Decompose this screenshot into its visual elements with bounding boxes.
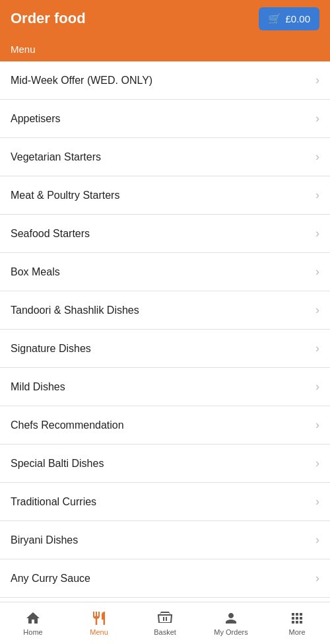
chevron-right-icon: ›: [315, 571, 319, 585]
menu-item-label: Mild Dishes: [11, 381, 65, 393]
menu-item[interactable]: Traditional Curries ›: [0, 483, 330, 521]
chevron-right-icon: ›: [315, 495, 319, 509]
menu-item-label: Seafood Starters: [11, 228, 90, 240]
menu-item[interactable]: Chefs Recommendation ›: [0, 406, 330, 445]
chevron-right-icon: ›: [315, 341, 319, 355]
menu-item[interactable]: Vegetarian Starters ›: [0, 138, 330, 176]
menu-item[interactable]: Special Balti Dishes ›: [0, 445, 330, 483]
app-title: Order food: [11, 10, 86, 27]
menu-item-label: Special Balti Dishes: [11, 458, 104, 470]
basket-icon: [157, 610, 173, 626]
menu-item[interactable]: Side Dishes ›: [0, 598, 330, 600]
menu-item-label: Any Curry Sauce: [11, 573, 90, 585]
chevron-right-icon: ›: [315, 73, 319, 87]
chevron-right-icon: ›: [315, 112, 319, 125]
nav-item-menu[interactable]: Menu: [66, 602, 132, 644]
basket-amount: £0.00: [285, 13, 310, 24]
basket-button[interactable]: 🛒 £0.00: [259, 7, 319, 30]
menu-item[interactable]: Mild Dishes ›: [0, 368, 330, 406]
menu-icon: [91, 610, 107, 626]
my-orders-icon: [223, 610, 239, 626]
menu-item[interactable]: Box Meals ›: [0, 253, 330, 291]
chevron-right-icon: ›: [315, 418, 319, 432]
nav-label-menu: Menu: [90, 628, 108, 636]
menu-item[interactable]: Signature Dishes ›: [0, 330, 330, 368]
app-header: Order food 🛒 £0.00: [0, 0, 330, 37]
chevron-right-icon: ›: [315, 303, 319, 317]
more-icon: [289, 610, 305, 626]
basket-icon: 🛒: [268, 13, 281, 25]
menu-item[interactable]: Mid-Week Offer (WED. ONLY) ›: [0, 61, 330, 100]
menu-item-label: Chefs Recommendation: [11, 419, 124, 431]
nav-item-my-orders[interactable]: My Orders: [198, 602, 264, 644]
chevron-right-icon: ›: [315, 265, 319, 279]
menu-item[interactable]: Seafood Starters ›: [0, 215, 330, 253]
section-label: Menu: [0, 37, 330, 61]
nav-item-more[interactable]: More: [264, 602, 330, 644]
nav-item-home[interactable]: Home: [0, 602, 66, 644]
chevron-right-icon: ›: [315, 533, 319, 547]
chevron-right-icon: ›: [315, 188, 319, 202]
nav-label-more: More: [288, 628, 305, 636]
menu-list-container: Mid-Week Offer (WED. ONLY) › Appetisers …: [0, 61, 330, 600]
menu-item[interactable]: Tandoori & Shashlik Dishes ›: [0, 291, 330, 330]
home-icon: [25, 610, 41, 626]
chevron-right-icon: ›: [315, 456, 319, 470]
menu-item-label: Traditional Curries: [11, 496, 96, 508]
chevron-right-icon: ›: [315, 227, 319, 240]
menu-item-label: Appetisers: [11, 113, 61, 125]
chevron-right-icon: ›: [315, 380, 319, 394]
menu-item-label: Box Meals: [11, 266, 60, 278]
chevron-right-icon: ›: [315, 150, 319, 164]
nav-item-basket[interactable]: Basket: [132, 602, 198, 644]
menu-item[interactable]: Appetisers ›: [0, 100, 330, 138]
menu-item-label: Biryani Dishes: [11, 534, 78, 546]
menu-item[interactable]: Meat & Poultry Starters ›: [0, 176, 330, 215]
menu-item-label: Signature Dishes: [11, 343, 91, 355]
menu-item-label: Vegetarian Starters: [11, 151, 101, 163]
menu-item-label: Mid-Week Offer (WED. ONLY): [11, 75, 152, 87]
bottom-nav: Home Menu Basket My Orders More: [0, 602, 330, 644]
menu-item-label: Meat & Poultry Starters: [11, 190, 119, 201]
nav-label-my-orders: My Orders: [214, 628, 248, 636]
nav-label-basket: Basket: [154, 628, 176, 636]
menu-item[interactable]: Biryani Dishes ›: [0, 521, 330, 559]
menu-item[interactable]: Any Curry Sauce ›: [0, 559, 330, 598]
nav-label-home: Home: [23, 628, 42, 636]
menu-item-label: Tandoori & Shashlik Dishes: [11, 304, 139, 316]
menu-list: Mid-Week Offer (WED. ONLY) › Appetisers …: [0, 61, 330, 600]
